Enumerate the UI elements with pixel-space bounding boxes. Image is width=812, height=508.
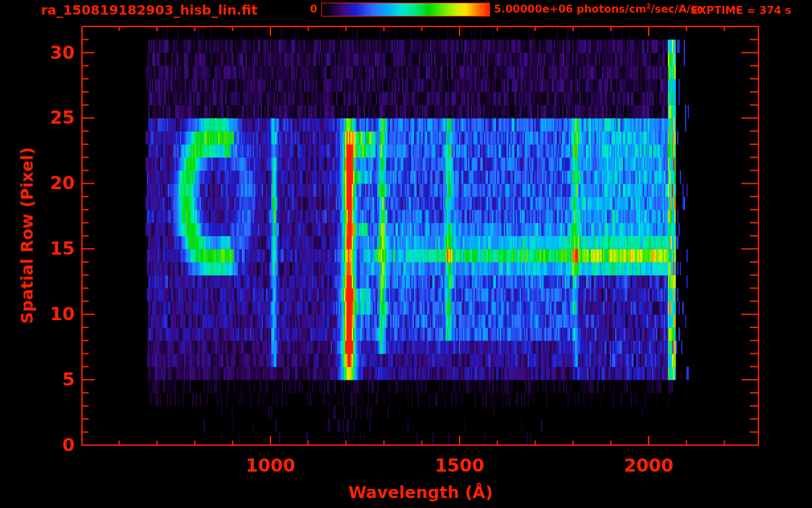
colorbar-max-value: 5.00000e+06 photons/cm — [494, 3, 646, 15]
x-axis-title: Wavelength (Å) — [348, 483, 493, 502]
y-tick-label-5: 5 — [22, 369, 75, 390]
y-tick-label-10: 10 — [22, 304, 75, 324]
exptime-label: EXPTIME = 374 s — [691, 4, 792, 17]
y-tick-label-15: 15 — [22, 238, 75, 259]
y-tick-label-0: 0 — [22, 435, 75, 455]
x-tick-label-2000: 2000 — [624, 455, 673, 476]
y-tick-label-30: 30 — [22, 42, 75, 63]
x-tick-label-1000: 1000 — [245, 455, 295, 476]
y-tick-label-20: 20 — [22, 173, 75, 193]
colorbar-max-label: 5.00000e+06 photons/cm2/sec/A/sr — [494, 3, 702, 15]
spectral-heatmap-canvas — [0, 0, 812, 508]
spectral-image-viewer: ra_150819182903_hisb_lin.fit 0 5.00000e+… — [0, 0, 812, 508]
plot-title: ra_150819182903_hisb_lin.fit — [41, 2, 258, 18]
y-tick-label-25: 25 — [22, 107, 75, 128]
colorbar-min-label: 0 — [284, 3, 317, 15]
x-tick-label-1500: 1500 — [434, 455, 484, 476]
